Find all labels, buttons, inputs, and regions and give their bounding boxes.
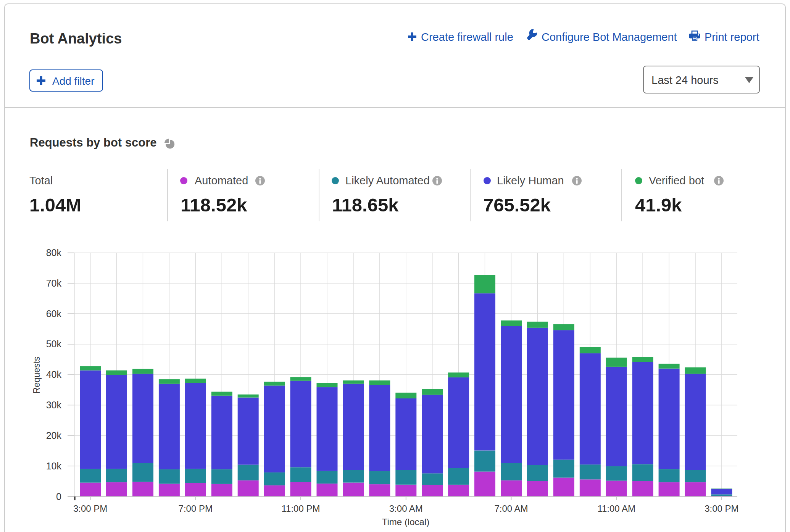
- svg-text:11:00 AM: 11:00 AM: [597, 503, 635, 514]
- svg-text:70k: 70k: [46, 278, 62, 289]
- svg-text:Requests: Requests: [32, 356, 42, 393]
- svg-text:20k: 20k: [46, 430, 62, 441]
- svg-text:7:00 AM: 7:00 AM: [494, 503, 528, 514]
- svg-text:10k: 10k: [46, 461, 62, 471]
- svg-text:Time (local): Time (local): [382, 517, 429, 527]
- svg-text:60k: 60k: [46, 308, 62, 319]
- svg-text:3:00 PM: 3:00 PM: [73, 503, 107, 514]
- svg-text:7:00 PM: 7:00 PM: [179, 503, 213, 514]
- svg-text:3:00 AM: 3:00 AM: [389, 503, 423, 514]
- svg-text:80k: 80k: [46, 247, 62, 258]
- svg-text:0: 0: [56, 491, 61, 502]
- svg-text:50k: 50k: [46, 339, 62, 349]
- svg-text:11:00 PM: 11:00 PM: [282, 503, 320, 514]
- svg-text:30k: 30k: [46, 400, 62, 410]
- svg-text:40k: 40k: [46, 369, 62, 380]
- svg-text:3:00 PM: 3:00 PM: [705, 503, 738, 514]
